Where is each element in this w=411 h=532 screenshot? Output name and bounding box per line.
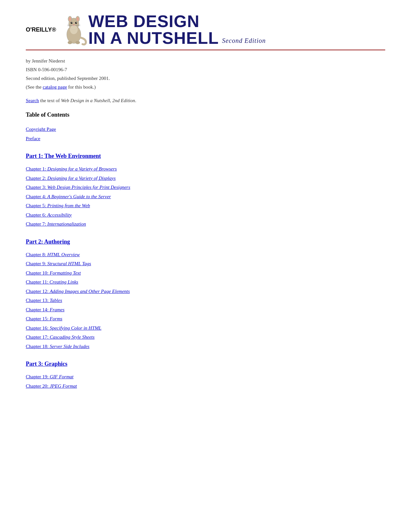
parts-container: Part 1: The Web EnvironmentChapter 1: De… xyxy=(26,153,385,391)
part-1-section: Part 1: The Web EnvironmentChapter 1: De… xyxy=(26,153,385,229)
preface-link[interactable]: Preface xyxy=(26,134,385,143)
svg-point-7 xyxy=(75,22,77,24)
chapter-title: GIF Format xyxy=(50,374,73,379)
chapter-title: Adding Images and Other Page Elements xyxy=(50,289,130,294)
author-line: by Jennifer Niederst xyxy=(26,57,385,65)
chapter-title: Web Design Principles for Print Designer… xyxy=(47,185,130,190)
chapter-title: Cascading Style Sheets xyxy=(50,334,94,340)
catalog-line: (See the catalog page for this book.) xyxy=(26,83,385,92)
catalog-page-link[interactable]: catalog page xyxy=(43,84,67,90)
chapter-link-3-1[interactable]: Chapter 19: GIF Format xyxy=(26,372,385,382)
chapter-number: Chapter 12: xyxy=(26,289,50,294)
chapter-link-1-7[interactable]: Chapter 7: Internationalization xyxy=(26,219,385,229)
chapter-link-1-4[interactable]: Chapter 4: A Beginner's Guide to the Ser… xyxy=(26,192,385,201)
part-1-heading[interactable]: Part 1: The Web Environment xyxy=(26,153,385,160)
chapter-title: Creating Links xyxy=(50,279,78,285)
chapter-number: Chapter 19: xyxy=(26,374,50,379)
chapter-link-2-9[interactable]: Chapter 16: Specifying Color in HTML xyxy=(26,324,385,333)
chapter-title: Specifying Color in HTML xyxy=(50,325,101,331)
edition-label: Second Edition xyxy=(222,37,266,44)
chapter-link-2-2[interactable]: Chapter 9: Structural HTML Tags xyxy=(26,259,385,268)
svg-point-16 xyxy=(75,41,80,44)
chapter-link-2-4[interactable]: Chapter 11: Creating Links xyxy=(26,277,385,287)
book-meta: by Jennifer Niederst ISBN 0-596-00196-7 … xyxy=(26,57,385,92)
book-title-block: WEB DESIGN IN A NUTSHELL Second Edition xyxy=(88,13,266,46)
chapter-link-1-6[interactable]: Chapter 6: Accessibility xyxy=(26,210,385,220)
chapter-link-1-1[interactable]: Chapter 1: Designing for a Variety of Br… xyxy=(26,164,385,174)
chapter-number: Chapter 20: xyxy=(26,383,50,389)
chapter-link-2-7[interactable]: Chapter 14: Frames xyxy=(26,305,385,314)
chapter-number: Chapter 18: xyxy=(26,344,50,349)
chapter-number: Chapter 7: xyxy=(26,221,47,227)
chapter-number: Chapter 4: xyxy=(26,194,47,199)
svg-point-5 xyxy=(77,17,79,21)
chapter-title: Tables xyxy=(50,298,62,303)
chapter-number: Chapter 6: xyxy=(26,212,47,218)
chapter-title: Designing for a Variety of Displays xyxy=(47,176,116,181)
chapter-title: Designing for a Variety of Browsers xyxy=(47,166,117,171)
chapter-number: Chapter 17: xyxy=(26,334,50,340)
chapter-link-1-5[interactable]: Chapter 5: Printing from the Web xyxy=(26,201,385,210)
search-line: Search the text of Web Design in a Nutsh… xyxy=(26,98,385,103)
chapter-title: Structural HTML Tags xyxy=(47,261,91,266)
chapter-title: Internationalization xyxy=(47,221,86,227)
chapter-link-1-2[interactable]: Chapter 2: Designing for a Variety of Di… xyxy=(26,174,385,183)
chapter-number: Chapter 16: xyxy=(26,325,50,331)
part-2-heading[interactable]: Part 2: Authoring xyxy=(26,238,385,245)
chapter-link-3-2[interactable]: Chapter 20: JPEG Format xyxy=(26,382,385,391)
chapter-link-2-10[interactable]: Chapter 17: Cascading Style Sheets xyxy=(26,333,385,342)
svg-point-8 xyxy=(72,22,72,23)
chapter-number: Chapter 1: xyxy=(26,166,47,171)
chapter-number: Chapter 5: xyxy=(26,203,47,208)
chapter-number: Chapter 14: xyxy=(26,307,50,312)
chapter-number: Chapter 15: xyxy=(26,316,50,321)
chapter-link-2-6[interactable]: Chapter 13: Tables xyxy=(26,296,385,305)
book-title-italic: Web Design in a Nutshell, 2nd Edition xyxy=(61,98,135,103)
book-animal-image xyxy=(59,14,88,46)
part-3-heading[interactable]: Part 3: Graphics xyxy=(26,361,385,367)
chapter-title: A Beginner's Guide to the Server xyxy=(47,194,111,199)
part-2-section: Part 2: AuthoringChapter 8: HTML Overvie… xyxy=(26,238,385,351)
chapter-number: Chapter 3: xyxy=(26,185,47,190)
chapter-number: Chapter 13: xyxy=(26,298,50,303)
chapter-title: Frames xyxy=(50,307,64,312)
part-3-section: Part 3: GraphicsChapter 19: GIF FormatCh… xyxy=(26,361,385,391)
page-header: O'REILLY® WEB DESIGN IN A NU xyxy=(26,13,385,50)
svg-point-15 xyxy=(68,41,72,44)
chapter-number: Chapter 10: xyxy=(26,270,50,276)
oreilly-logo: O'REILLY® xyxy=(26,26,56,33)
edition-line: Second edition, published September 2001… xyxy=(26,74,385,83)
front-matter-section: Copyright Page Preface xyxy=(26,125,385,143)
chapter-link-2-1[interactable]: Chapter 8: HTML Overview xyxy=(26,250,385,259)
chapter-title: Forms xyxy=(50,316,62,321)
chapter-number: Chapter 8: xyxy=(26,252,47,257)
chapter-number: Chapter 11: xyxy=(26,279,50,285)
svg-point-4 xyxy=(69,17,71,21)
svg-point-9 xyxy=(76,22,77,23)
book-title-line2: IN A NUTSHELL Second Edition xyxy=(88,30,266,46)
svg-point-17 xyxy=(70,25,78,34)
chapter-number: Chapter 9: xyxy=(26,261,47,266)
chapter-title: HTML Overview xyxy=(47,252,80,257)
isbn-line: ISBN 0-596-00196-7 xyxy=(26,65,385,74)
chapter-title: Server Side Includes xyxy=(50,344,89,349)
book-title-line1: WEB DESIGN xyxy=(88,13,266,30)
chapter-title: JPEG Format xyxy=(50,383,77,389)
chapter-number: Chapter 2: xyxy=(26,176,47,181)
svg-point-6 xyxy=(71,22,73,24)
search-link[interactable]: Search xyxy=(26,98,39,103)
chapter-title: Formatting Text xyxy=(50,270,81,276)
toc-heading: Table of Contents xyxy=(26,111,385,118)
chapter-title: Accessibility xyxy=(47,212,72,218)
chapter-title: Printing from the Web xyxy=(47,203,90,208)
chapter-link-2-8[interactable]: Chapter 15: Forms xyxy=(26,314,385,324)
chapter-link-2-3[interactable]: Chapter 10: Formatting Text xyxy=(26,268,385,278)
chapter-link-2-5[interactable]: Chapter 12: Adding Images and Other Page… xyxy=(26,287,385,296)
chapter-link-2-11[interactable]: Chapter 18: Server Side Includes xyxy=(26,342,385,351)
copyright-page-link[interactable]: Copyright Page xyxy=(26,125,385,134)
chapter-link-1-3[interactable]: Chapter 3: Web Design Principles for Pri… xyxy=(26,183,385,192)
